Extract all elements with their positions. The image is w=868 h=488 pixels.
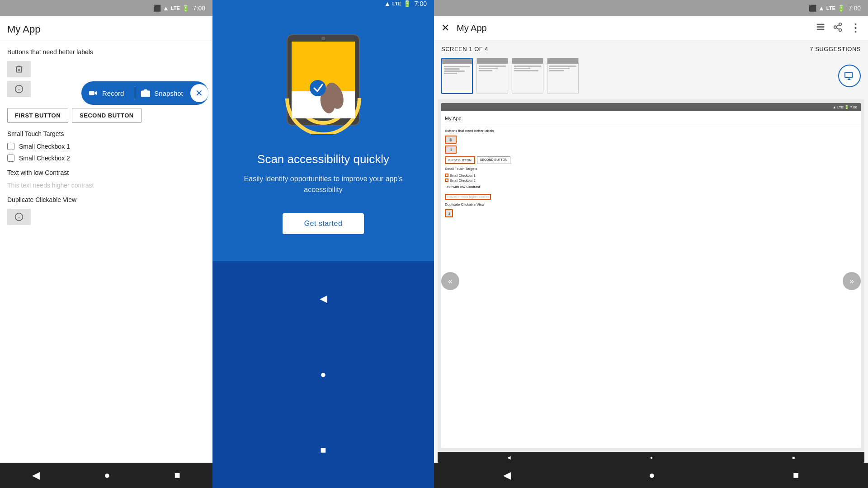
- mini-checkbox-row-1: Small Checkbox 1: [445, 174, 857, 177]
- info-button[interactable]: [7, 81, 31, 97]
- mini-checkbox-2-label: Small Checkbox 2: [450, 179, 475, 182]
- mini-info-button: ℹ: [445, 145, 457, 154]
- nav-bar-3: ◀ ● ■: [434, 463, 868, 488]
- touch-targets-section: Small Touch Targets Small Checkbox 1 Sma…: [7, 130, 205, 162]
- time-3: 7:00: [849, 5, 861, 12]
- svg-rect-19: [817, 26, 825, 28]
- checkbox-1-label: Small Checkbox 1: [19, 143, 70, 150]
- second-button[interactable]: SECOND BUTTON: [72, 108, 142, 123]
- thumbnail-4[interactable]: [547, 58, 579, 94]
- thumbnail-1[interactable]: [441, 58, 473, 94]
- mini-app-bar: My App: [441, 111, 861, 125]
- close-overlay-button[interactable]: ✕: [190, 84, 208, 102]
- battery-icon-2: 🔋: [403, 0, 411, 7]
- panel3-content: SCREEN 1 OF 4 7 SUGGESTIONS: [434, 40, 868, 463]
- add-screen-icon: [844, 70, 855, 81]
- wifi-icon-3: ▲: [818, 5, 825, 12]
- mini-status-bar: ▲ LTE 🔋 7:00: [441, 103, 861, 111]
- video-icon: [89, 88, 99, 98]
- checkbox-2[interactable]: [7, 155, 14, 162]
- status-icons-3: ⬛ ▲ LTE 🔋: [809, 5, 845, 12]
- home-button-3[interactable]: ●: [649, 469, 655, 481]
- time-2: 7:00: [415, 0, 427, 7]
- mini-button-row: FIRST BUTTON SECOND BUTTON: [445, 156, 857, 164]
- mini-trash-icon: 🗑: [449, 138, 453, 142]
- chevron-left-icon: «: [448, 277, 453, 286]
- home-button-1[interactable]: ●: [104, 469, 110, 481]
- panel1: ⬛ ▲ LTE 🔋 7:00 My App Buttons that need …: [0, 0, 212, 488]
- mini-app-title: My App: [445, 116, 462, 121]
- svg-rect-18: [817, 23, 825, 25]
- chevron-right-icon: »: [849, 277, 854, 286]
- camera-icon: [141, 88, 151, 98]
- list-view-icon[interactable]: [816, 22, 826, 34]
- panel3-app-bar: ✕ My App ⋮: [434, 16, 868, 40]
- mini-touch-section: Small Touch Targets: [445, 167, 857, 171]
- suggestions-count: 7 SUGGESTIONS: [810, 46, 861, 52]
- trash-icon: [14, 65, 24, 74]
- cast-icon: ⬛: [153, 5, 161, 12]
- svg-point-23: [839, 28, 842, 31]
- touch-targets-heading: Small Touch Targets: [7, 130, 205, 137]
- svg-rect-20: [817, 28, 825, 30]
- checkbox-2-label: Small Checkbox 2: [19, 155, 70, 162]
- mini-content: Buttons that need better labels 🗑 ℹ FIRS…: [441, 125, 861, 221]
- mini-trash-button: 🗑: [445, 136, 457, 144]
- panel3: ⬛ ▲ LTE 🔋 7:00 ✕ My App ⋮ SCREEN 1 OF 4 …: [434, 0, 868, 488]
- nav-bar-1: ◀ ● ■: [0, 463, 212, 488]
- recent-button-2[interactable]: ■: [320, 444, 326, 456]
- checkbox-1[interactable]: [7, 143, 14, 150]
- record-button[interactable]: Record: [89, 88, 129, 98]
- svg-line-25: [836, 24, 839, 26]
- more-options-icon[interactable]: ⋮: [850, 22, 861, 34]
- home-button-2[interactable]: ●: [320, 369, 326, 380]
- duplicate-section: Duplicate Clickable View: [7, 196, 205, 225]
- back-button-1[interactable]: ◀: [32, 469, 40, 481]
- mini-checkbox-1-label: Small Checkbox 1: [450, 174, 475, 177]
- status-icons-1: ⬛ ▲ LTE 🔋: [153, 5, 189, 12]
- low-contrast-heading: Text with low Contrast: [7, 169, 205, 176]
- scan-title: Scan accessibility quickly: [257, 152, 389, 166]
- time-1: 7:00: [193, 5, 205, 12]
- share-icon[interactable]: [833, 22, 843, 34]
- recent-button-1[interactable]: ■: [175, 469, 180, 481]
- get-started-button[interactable]: Get started: [283, 213, 364, 234]
- mini-recent-button: ■: [792, 455, 795, 460]
- panel3-app-title: My App: [457, 23, 808, 33]
- first-button[interactable]: FIRST BUTTON: [7, 108, 68, 123]
- scan-description: Easily identify opportunities to improve…: [231, 174, 416, 195]
- mini-low-contrast-section: Text with low Contrast: [445, 185, 857, 189]
- recent-button-3[interactable]: ■: [793, 469, 799, 481]
- add-screen-button[interactable]: [838, 65, 861, 87]
- close-button-3[interactable]: ✕: [441, 22, 449, 34]
- main-view-area: « ▲ LTE 🔋 7:00 My App Buttons that need …: [438, 99, 864, 463]
- mini-checkbox-1: [445, 174, 448, 177]
- panel1-content: Buttons that need better labels: [0, 41, 212, 463]
- mini-checkbox-row-2: Small Checkbox 2: [445, 178, 857, 182]
- thumbnail-2[interactable]: [476, 58, 508, 94]
- nav-bar-2: ◀ ● ■: [212, 261, 434, 488]
- back-button-2[interactable]: ◀: [320, 293, 327, 305]
- duplicate-heading: Duplicate Clickable View: [7, 196, 205, 203]
- mini-duplicate-section: Duplicate Clickable View: [445, 202, 857, 206]
- record-label: Record: [102, 89, 124, 97]
- phone-illustration: [269, 26, 377, 134]
- previous-screen-button[interactable]: «: [441, 272, 459, 290]
- thumbnails-row: [434, 58, 868, 99]
- mini-nav-bar: ◀ ● ■: [438, 452, 864, 463]
- thumbnail-3[interactable]: [512, 58, 543, 94]
- mini-labels-section: Buttons that need better labels: [445, 129, 857, 133]
- screen-counter: SCREEN 1 OF 4: [441, 46, 488, 52]
- record-snapshot-overlay: Record Snapshot ✕: [81, 81, 208, 105]
- duplicate-info-button[interactable]: [7, 209, 31, 225]
- status-bar-1: ⬛ ▲ LTE 🔋 7:00: [0, 0, 212, 16]
- next-screen-button[interactable]: »: [843, 272, 861, 290]
- button-row: FIRST BUTTON SECOND BUTTON: [7, 108, 205, 123]
- snapshot-button[interactable]: Snapshot: [141, 88, 188, 98]
- back-button-3[interactable]: ◀: [503, 469, 511, 481]
- battery-icon-3: 🔋: [837, 5, 845, 12]
- battery-icon: 🔋: [182, 5, 189, 12]
- trash-button[interactable]: [7, 61, 31, 77]
- svg-line-24: [836, 28, 839, 29]
- info-icon: [14, 84, 24, 94]
